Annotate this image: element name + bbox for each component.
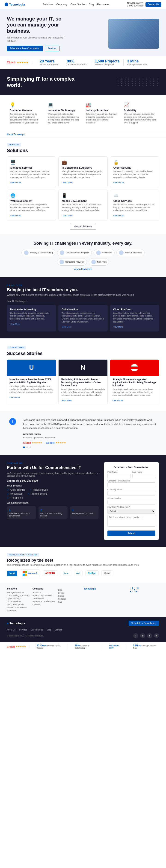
nav-logo[interactable]: Tecnologia [5, 3, 25, 6]
linkedin-social-icon[interactable]: in [140, 633, 145, 638]
nav-resources[interactable]: Resources [97, 3, 109, 6]
youtube-social-icon[interactable]: ▶ [154, 633, 159, 638]
view-all-solutions-button[interactable]: View All Solutions [70, 224, 96, 229]
footer-bottom-services[interactable]: Services [19, 629, 27, 631]
help-select[interactable]: Select... [107, 509, 156, 514]
phone-input[interactable] [107, 500, 156, 504]
vendor-collab-link[interactable]: View More [61, 326, 71, 328]
footer-col-company: Company About Us Professional Services T… [32, 587, 57, 612]
web-link[interactable]: Learn More [10, 214, 21, 217]
twitter-social-icon[interactable]: t [147, 633, 152, 638]
first-name-input[interactable] [107, 474, 131, 478]
pill-avatar-consulting [59, 259, 64, 264]
footer-cloud[interactable]: Cloud Services [7, 600, 31, 602]
last-name-input[interactable] [132, 474, 156, 478]
footer-testimonials[interactable]: Testimonials [32, 597, 57, 600]
stat-response-number: 3 Mins [127, 59, 147, 63]
vendor-datacenter-link[interactable]: View More [10, 323, 20, 325]
story-coffee-logo: N [59, 360, 107, 376]
testimonial-dot-3[interactable] [29, 446, 31, 448]
cloud-link[interactable]: Learn More [113, 214, 124, 217]
footer-copy-row: © Tecnologia 2023. All Rights Reserved. … [7, 633, 159, 638]
footer-partners[interactable]: Partners & Certifications [32, 600, 57, 602]
facebook-social-icon[interactable]: f [133, 633, 138, 638]
microsoft-icon [23, 571, 27, 576]
bottom-stat-response: 3 Mins Average Answer Time [133, 644, 159, 649]
footer-bottom-about[interactable]: About Us [7, 629, 16, 631]
footer-bottom-blog[interactable]: Blog [47, 629, 51, 631]
industry-pill-nonprofit[interactable]: Non-Profit [89, 258, 109, 266]
stat-satisfaction-label: Customer Satisfaction [67, 63, 87, 66]
testimonial-dot-2[interactable] [26, 446, 28, 448]
cyber-link[interactable]: Learn More [113, 181, 124, 184]
mobile-link[interactable]: Learn More [62, 214, 73, 217]
feature-industry: 🏭 Industry Expertise Solutions, you can … [83, 100, 121, 126]
pill-avatar-healthcare [96, 250, 101, 255]
industry-pill-consulting[interactable]: Consulting Providers [57, 258, 87, 266]
feature-cost-desc: Our solutions are designed to optimize y… [10, 113, 42, 124]
vendor-cloud-link[interactable]: View More [113, 326, 123, 328]
nav-company[interactable]: Company [56, 3, 67, 6]
footer-web[interactable]: Web Development [7, 603, 31, 606]
story-coffee-link[interactable]: Learn More [61, 399, 72, 402]
industry-pill-healthcare[interactable]: Healthcare [93, 249, 115, 256]
footer-schedule-button[interactable]: Schedule a Consultation [129, 621, 159, 626]
vendor-cloud-desc: Cloud technology from the right provider… [113, 312, 156, 323]
story-insurance-link[interactable]: Learn More [9, 396, 20, 399]
contact-us-button[interactable]: Contact Us [145, 2, 161, 7]
footer-network[interactable]: Network Connections [7, 606, 31, 609]
hero-text: We manage your IT, so you can manage you… [7, 16, 72, 51]
email-input[interactable] [107, 491, 156, 496]
industry-pill-banks[interactable]: Banks & Insurance [116, 249, 145, 256]
hero-cta-primary[interactable]: Schedule a Free Consultation [7, 45, 43, 51]
footer-events[interactable]: Events [58, 592, 82, 594]
industry-pill-transport[interactable]: Transportation & Logistics [57, 249, 92, 256]
footer-faq[interactable]: FAQ [58, 601, 82, 603]
footer-managed[interactable]: Managed Services [7, 591, 31, 594]
footer-about[interactable]: About Us [32, 591, 57, 594]
company-input[interactable] [107, 483, 156, 487]
footer-bottom-cases[interactable]: Case Studies [31, 629, 43, 631]
first-name-field: First Name [107, 471, 131, 478]
steps-label: What happens next? [7, 501, 99, 504]
hero-cta-secondary[interactable]: Services [45, 45, 59, 51]
logo-dell: Dell [74, 570, 83, 576]
form-submit-button[interactable]: Submit [107, 530, 156, 536]
consulting-link[interactable]: Learn More [62, 181, 73, 184]
nav-blog[interactable]: Blog [89, 3, 94, 6]
footer-solutions-title: Solutions [7, 587, 31, 590]
svg-rect-2 [23, 574, 25, 576]
footer-bottom-contact[interactable]: Contact [55, 629, 62, 631]
footer-col-resources: Blog Events Colors Podcast FAQ [58, 587, 82, 612]
pill-avatar-manufacturing [24, 250, 29, 255]
footer-hardware[interactable]: Hardware [7, 609, 31, 612]
partner-heading: Partner with Us for Comprehensive IT [7, 465, 99, 470]
dots-decoration [117, 79, 159, 86]
footer-careers[interactable]: Careers [32, 603, 57, 606]
message-field [107, 515, 156, 527]
footer-company-title: Company [32, 587, 57, 590]
industry-section: Solving IT challenges in every industry,… [0, 234, 166, 277]
managed-link[interactable]: Learn More [10, 181, 21, 184]
stat-years-label: Proven Track Record [40, 63, 59, 66]
nav-solutions[interactable]: Solutions [43, 3, 53, 6]
footer-colors[interactable]: Colors [58, 595, 82, 597]
footer-podcast[interactable]: Podcast [58, 598, 82, 600]
about-breadcrumb[interactable]: About Tecnologia [0, 131, 166, 138]
testimonial-dot-1[interactable] [23, 446, 25, 448]
step-1: 1 Schedule a call at your convenience [7, 506, 36, 519]
footer-blog[interactable]: Blog [58, 589, 82, 591]
feature-cost: 💡 Cost-effectiveness Our solutions are d… [7, 100, 45, 126]
story-london-link[interactable]: Learn More [112, 399, 123, 402]
simplify-heading: Simplifying IT for a complex world. [7, 76, 76, 88]
footer-consulting[interactable]: IT Consulting & Advisory [7, 594, 31, 597]
message-textarea[interactable] [107, 515, 156, 527]
testimonial-logos: Clutch ★★★★★ Google ★★★★★ [23, 441, 157, 444]
industry-pill-manufacturing[interactable]: Industry & Manufacturing [22, 249, 55, 256]
footer-professional[interactable]: Professional Services [32, 594, 57, 597]
view-all-industries-link[interactable]: View All Industries [7, 268, 159, 271]
story-coffee-title: Maximizing Efficiency with Proper Techno… [61, 378, 105, 387]
feature-tech-desc: We implement cutting-edge technology sol… [48, 113, 80, 124]
footer-cyber[interactable]: Cyber Security [7, 597, 31, 600]
nav-case-studies[interactable]: Case Studies [71, 3, 86, 6]
